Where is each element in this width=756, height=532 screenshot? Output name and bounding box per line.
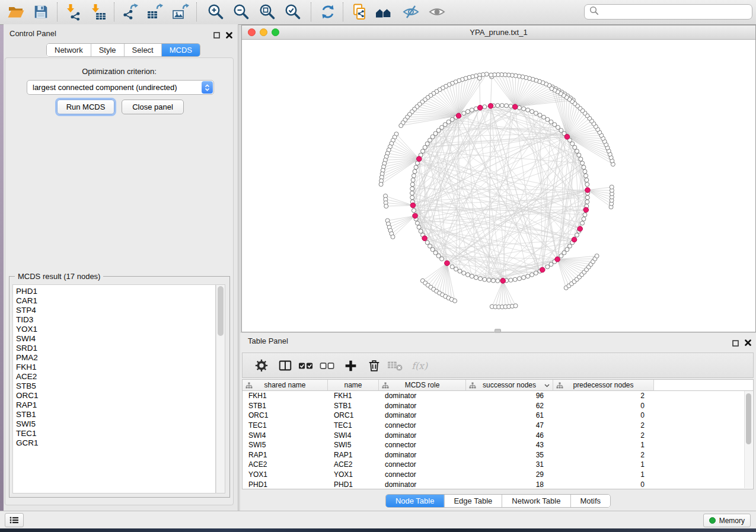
mcds-result-list: PHD1CAR1STP4TID3YOX1SWI4SRD1PMA2FKH1ACE2… xyxy=(12,284,216,493)
traffic-lights xyxy=(248,28,279,36)
mcds-result-item[interactable]: PHD1 xyxy=(13,287,215,296)
cell-mcds-role: dominator xyxy=(379,480,466,489)
mcds-result-item[interactable]: YOX1 xyxy=(13,325,215,334)
import-network-icon[interactable] xyxy=(64,3,82,21)
tab-network[interactable]: Network xyxy=(47,44,91,56)
trash-icon[interactable] xyxy=(366,357,382,374)
memory-button[interactable]: Memory xyxy=(703,514,751,527)
task-history-button[interactable] xyxy=(5,513,24,527)
table-scrollbar[interactable] xyxy=(744,391,752,488)
zoom-selected-icon[interactable] xyxy=(284,3,302,21)
mcds-result-item[interactable]: GCR1 xyxy=(13,438,215,448)
tab-select[interactable]: Select xyxy=(124,44,161,56)
svg-text:f(x): f(x) xyxy=(412,360,428,371)
cell-name: TEC1 xyxy=(328,421,379,430)
criterion-dropdown[interactable]: largest connected component (undirected) xyxy=(27,80,214,95)
tab-style[interactable]: Style xyxy=(91,44,124,56)
clone-network-icon[interactable] xyxy=(351,3,369,21)
tab-mcds[interactable]: MCDS xyxy=(161,44,200,56)
tab-node-table[interactable]: Node Table xyxy=(386,495,444,507)
save-floppy-icon[interactable] xyxy=(32,3,50,21)
export-network-icon[interactable] xyxy=(121,3,139,21)
scrollbar-thumb[interactable] xyxy=(746,393,751,444)
table-row[interactable]: SWI4SWI4dominator462 xyxy=(243,430,753,440)
mcds-result-item[interactable]: SRD1 xyxy=(13,344,215,353)
column-header-filler xyxy=(654,380,753,391)
search-icon xyxy=(589,6,599,18)
mcds-result-item[interactable]: STB1 xyxy=(13,410,215,419)
mcds-result-item[interactable]: CAR1 xyxy=(13,296,215,306)
mcds-result-item[interactable]: PMA2 xyxy=(13,353,215,363)
mcds-result-title: MCDS result (17 nodes) xyxy=(15,272,103,281)
cell-shared-name: PHD1 xyxy=(243,480,328,489)
table-row[interactable]: ORC1ORC1dominator610 xyxy=(243,411,753,421)
column-header-successor-nodes[interactable]: successor nodes xyxy=(466,380,553,391)
float-window-icon[interactable] xyxy=(213,30,220,41)
table-body: FKH1FKH1dominator962STB1STB1dominator620… xyxy=(243,391,753,489)
table-row[interactable]: RAP1RAP1dominator352 xyxy=(243,450,753,460)
split-divider-grip[interactable] xyxy=(495,329,501,333)
cell-mcds-role: dominator xyxy=(379,392,466,400)
mcds-result-item[interactable]: SWI5 xyxy=(13,419,215,429)
search-input[interactable] xyxy=(602,7,752,17)
column-label: MCDS role xyxy=(405,381,440,389)
scrollbar-thumb[interactable] xyxy=(218,286,224,336)
show-columns-icon[interactable] xyxy=(277,357,294,374)
column-header-name[interactable]: name xyxy=(328,380,379,391)
column-header-predecessor-nodes[interactable]: predecessor nodes xyxy=(553,380,654,391)
open-folder-icon[interactable] xyxy=(7,3,25,21)
run-mcds-button[interactable]: Run MCDS xyxy=(57,100,114,114)
mcds-result-item[interactable]: ACE2 xyxy=(13,372,215,382)
close-panel-icon[interactable] xyxy=(226,30,232,41)
houses-icon[interactable] xyxy=(375,3,393,21)
zoom-in-icon[interactable] xyxy=(207,3,225,21)
table-row[interactable]: ACE2ACE2connector311 xyxy=(243,460,753,470)
mcds-result-item[interactable]: SWI4 xyxy=(13,334,215,344)
export-table-icon[interactable] xyxy=(146,3,164,21)
deselect-all-icon[interactable] xyxy=(318,357,336,374)
mcds-result-item[interactable]: FKH1 xyxy=(13,363,215,372)
import-table-icon[interactable] xyxy=(89,3,107,21)
mcds-result-item[interactable]: STB5 xyxy=(13,382,215,391)
tab-edge-table[interactable]: Edge Table xyxy=(444,495,502,507)
cell-successor-nodes: 47 xyxy=(466,421,553,430)
mcds-result-item[interactable]: TEC1 xyxy=(13,429,215,438)
mcds-result-item[interactable]: TID3 xyxy=(13,315,215,325)
table-row[interactable]: YOX1YOX1connector291 xyxy=(243,470,753,480)
add-column-icon[interactable] xyxy=(342,357,359,374)
select-all-icon[interactable] xyxy=(297,357,315,374)
search-box[interactable] xyxy=(584,4,752,20)
export-image-icon[interactable] xyxy=(171,3,189,21)
network-window-titlebar[interactable]: YPA_prune.txt_1 xyxy=(242,25,755,40)
close-traffic-icon[interactable] xyxy=(248,28,256,36)
network-window-title: YPA_prune.txt_1 xyxy=(470,28,527,37)
close-panel-button[interactable]: Close panel xyxy=(122,100,184,114)
column-header-shared-name[interactable]: shared name xyxy=(243,380,328,391)
zoom-out-icon[interactable] xyxy=(232,3,250,21)
table-row[interactable]: STB1STB1dominator620 xyxy=(243,401,753,411)
float-window-icon[interactable] xyxy=(732,338,739,349)
tab-motifs[interactable]: Motifs xyxy=(570,495,610,507)
close-panel-icon[interactable] xyxy=(745,338,751,348)
zoom-traffic-icon[interactable] xyxy=(272,28,279,36)
minimize-traffic-icon[interactable] xyxy=(260,28,267,36)
gear-icon[interactable] xyxy=(253,357,270,374)
cell-name: ACE2 xyxy=(328,460,379,469)
mcds-list-scrollbar[interactable] xyxy=(216,284,225,493)
table-row[interactable]: PHD1PHD1dominator180 xyxy=(243,479,753,489)
mcds-result-item[interactable]: ORC1 xyxy=(13,391,215,400)
table-row[interactable]: TEC1TEC1connector472 xyxy=(243,421,753,431)
mcds-result-item[interactable]: RAP1 xyxy=(13,400,215,410)
mcds-result-item[interactable]: STP4 xyxy=(13,306,215,315)
show-eye-icon[interactable] xyxy=(428,3,446,21)
table-row[interactable]: SWI5SWI5connector431 xyxy=(243,440,753,450)
refresh-icon[interactable] xyxy=(319,3,337,21)
cell-shared-name: ACE2 xyxy=(243,460,328,469)
zoom-fit-icon[interactable] xyxy=(259,3,276,21)
network-graph[interactable] xyxy=(242,40,755,332)
hide-eye-slash-icon[interactable] xyxy=(402,3,420,21)
table-row[interactable]: FKH1FKH1dominator962 xyxy=(243,391,753,401)
column-header-mcds-role[interactable]: MCDS role xyxy=(379,380,466,391)
tab-network-table[interactable]: Network Table xyxy=(502,495,570,507)
cell-successor-nodes: 29 xyxy=(466,470,553,479)
